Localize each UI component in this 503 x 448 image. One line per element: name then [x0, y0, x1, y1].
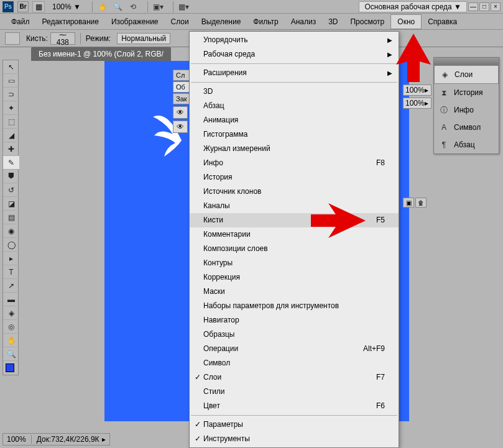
menu-item[interactable]: Стили	[190, 385, 399, 399]
menu-item[interactable]: Гистограмма	[190, 127, 399, 142]
menu-help[interactable]: Справка	[422, 15, 463, 29]
bridge-icon[interactable]: Br	[17, 1, 29, 12]
dock-header[interactable]	[434, 58, 499, 65]
workspace-switcher[interactable]: Основная рабочая среда ▼	[359, 1, 467, 12]
menu-analysis[interactable]: Анализ	[285, 15, 323, 29]
tool-preset-icon[interactable]	[5, 32, 20, 45]
menu-image[interactable]: Изображение	[105, 15, 165, 29]
menu-item[interactable]: Расширения▶	[190, 66, 399, 80]
grid-icon[interactable]: ▦▾	[178, 1, 190, 12]
zoom-icon[interactable]: 🔍	[113, 1, 124, 12]
hand-icon[interactable]: ✋	[98, 1, 109, 12]
layer-visibility-icon[interactable]: 👁	[173, 121, 188, 133]
minimize-button[interactable]: —	[468, 2, 478, 11]
menu-item[interactable]: Контуры	[190, 256, 399, 270]
rotate-icon[interactable]: ⟲	[127, 1, 139, 12]
hand-tool[interactable]: ✋	[3, 334, 19, 347]
layer-visibility-icon[interactable]: 👁	[173, 106, 188, 119]
menu-item[interactable]: Журнал измерений	[190, 142, 399, 156]
menu-item[interactable]: Образцы	[190, 327, 399, 342]
dock-panel-button[interactable]: ⓘИнфо	[434, 101, 499, 119]
zoom-level[interactable]: 100% ▼	[52, 2, 81, 11]
crop-tool[interactable]: ⬚	[3, 115, 19, 129]
move-tool[interactable]: ↖	[3, 60, 19, 74]
history-brush-tool[interactable]: ↺	[3, 183, 19, 197]
wand-tool[interactable]: ✦	[3, 101, 19, 115]
lasso-tool[interactable]: ⊃	[3, 88, 19, 101]
menu-item[interactable]: Абзац	[190, 99, 399, 113]
type-tool[interactable]: T	[3, 265, 19, 279]
foreground-color[interactable]	[6, 363, 14, 372]
heal-tool[interactable]: ✚	[3, 142, 19, 156]
menu-item-label: Анимация	[203, 115, 238, 126]
3d-camera-tool[interactable]: ◎	[3, 320, 19, 334]
status-zoom[interactable]: 100%	[7, 435, 26, 444]
menu-item[interactable]: Символ	[190, 356, 399, 370]
menu-item[interactable]: Комментарии	[190, 227, 399, 242]
menu-item[interactable]: Рабочая среда▶	[190, 47, 399, 62]
close-button[interactable]: ×	[491, 2, 501, 11]
dock-panel-label: Инфо	[454, 106, 474, 114]
dock-panel-button[interactable]: ◈Слои	[434, 65, 499, 84]
menu-edit[interactable]: Редактирование	[36, 15, 105, 29]
status-arrow-icon[interactable]: ▸	[102, 435, 106, 444]
menu-view[interactable]: Просмотр	[344, 15, 390, 29]
menu-item[interactable]: Упорядочить▶	[190, 33, 399, 47]
blur-tool[interactable]: ◉	[3, 224, 19, 238]
shape-tool[interactable]: ▬	[3, 293, 19, 306]
marquee-tool[interactable]: ▭	[3, 74, 19, 88]
menu-item[interactable]: Анимация	[190, 113, 399, 127]
menu-select[interactable]: Выделение	[195, 15, 247, 29]
new-layer-icon[interactable]: ▣	[403, 198, 414, 208]
menu-window[interactable]: Окно	[390, 14, 422, 29]
dock-panel-button[interactable]: ¶Абзац	[434, 136, 499, 153]
menu-item[interactable]: Композиции слоев	[190, 242, 399, 256]
menu-item-label: Операции	[203, 344, 238, 354]
menu-item[interactable]: ✓СлоиF7	[190, 370, 399, 385]
menu-item[interactable]: КистиF5	[190, 213, 399, 227]
menu-3d[interactable]: 3D	[322, 15, 344, 29]
gradient-tool[interactable]: ▤	[3, 211, 19, 224]
dock-panel-button[interactable]: AСимвол	[434, 119, 499, 136]
menu-item[interactable]: Маски	[190, 285, 399, 299]
check-icon: ✓	[195, 434, 201, 444]
menu-file[interactable]: Файл	[5, 15, 36, 29]
document-tab[interactable]: Без имени-1 @ 100% (Слой 2, RGB/	[31, 47, 171, 61]
dodge-tool[interactable]: ◯	[3, 238, 19, 252]
menu-filter[interactable]: Фильтр	[247, 15, 284, 29]
menu-item[interactable]: Источник клонов	[190, 185, 399, 199]
menu-item[interactable]: ИнфоF8	[190, 156, 399, 170]
3d-tool[interactable]: ◈	[3, 306, 19, 320]
menu-item[interactable]: 3D	[190, 85, 399, 99]
layers-icon: ◈	[440, 70, 450, 80]
menu-item[interactable]: Навигатор	[190, 313, 399, 327]
stamp-tool[interactable]: ⛊	[3, 170, 19, 183]
menu-item[interactable]: ✓Инструменты	[190, 432, 399, 446]
menu-item[interactable]: Каналы	[190, 199, 399, 213]
dock-panel-button[interactable]: ⧗История	[434, 84, 499, 101]
menu-item[interactable]: Наборы параметров для инструментов	[190, 299, 399, 313]
zoom-tool[interactable]: 🔍	[3, 347, 19, 361]
path-tool[interactable]: ↗	[3, 279, 19, 293]
menu-item[interactable]: ОперацииAlt+F9	[190, 342, 399, 356]
maximize-button[interactable]: □	[479, 2, 489, 11]
layout-button[interactable]: ▦	[32, 1, 45, 12]
info-icon: ⓘ	[439, 105, 449, 115]
menu-item[interactable]: ЦветF6	[190, 399, 399, 413]
eraser-tool[interactable]: ◪	[3, 197, 19, 211]
brush-size-picker[interactable]: ⁓438	[50, 32, 75, 45]
menu-item[interactable]: История	[190, 170, 399, 185]
pen-tool[interactable]: ▸	[3, 252, 19, 265]
menu-layers[interactable]: Слои	[165, 15, 195, 29]
menu-item[interactable]: ✓Параметры	[190, 418, 399, 432]
blend-mode-dropdown[interactable]: Нормальный	[117, 33, 170, 44]
menu-item-label: Гистограмма	[203, 129, 247, 140]
menu-item-label: Источник клонов	[203, 186, 261, 197]
menu-item[interactable]: Коррекция	[190, 270, 399, 285]
opacity-field[interactable]: 100%▸	[403, 85, 431, 96]
trash-icon[interactable]: 🗑	[415, 198, 427, 208]
eyedropper-tool[interactable]: ◢	[3, 129, 19, 142]
screen-mode-icon[interactable]: ▣▾	[153, 1, 164, 12]
brush-tool[interactable]: ✎	[3, 156, 19, 170]
fill-field[interactable]: 100%▸	[403, 98, 431, 109]
